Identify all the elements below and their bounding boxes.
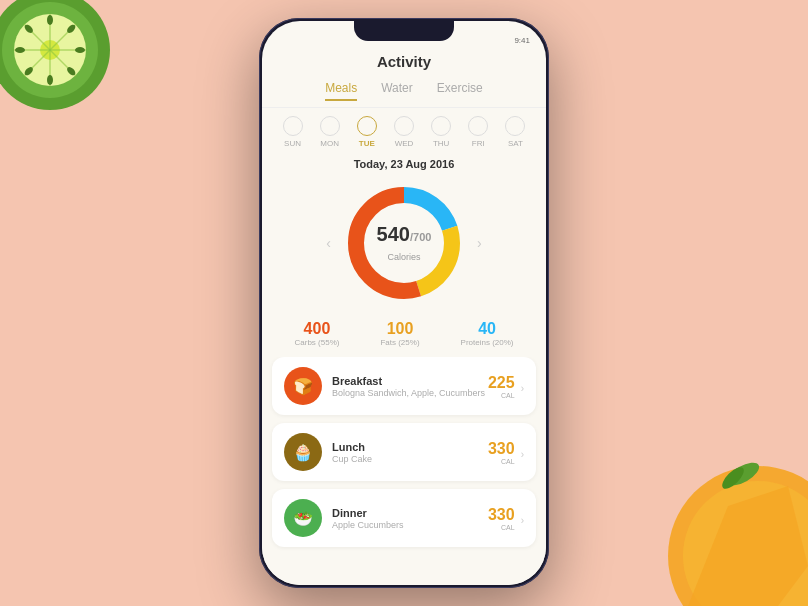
day-label-fri: FRI bbox=[472, 139, 485, 148]
lunch-arrow-icon: › bbox=[521, 449, 524, 460]
lunch-cal-num: 330 bbox=[488, 440, 515, 458]
lunch-icon: 🧁 bbox=[284, 433, 322, 471]
app-header: Activity bbox=[262, 49, 546, 77]
chart-prev-button[interactable]: ‹ bbox=[318, 235, 339, 251]
lunch-name: Lunch bbox=[332, 441, 488, 453]
day-mon[interactable]: MON bbox=[320, 116, 340, 148]
day-thu[interactable]: THU bbox=[431, 116, 451, 148]
meal-item-lunch[interactable]: 🧁 Lunch Cup Cake 330 CAL › bbox=[272, 423, 536, 481]
day-label-sat: SAT bbox=[508, 139, 523, 148]
tab-meals[interactable]: Meals bbox=[325, 81, 357, 101]
day-circle-sun bbox=[283, 116, 303, 136]
dinner-cal-num: 330 bbox=[488, 506, 515, 524]
dinner-info: Dinner Apple Cucumbers bbox=[332, 507, 488, 530]
meal-item-dinner[interactable]: 🥗 Dinner Apple Cucumbers 330 CAL › bbox=[272, 489, 536, 547]
day-circle-fri bbox=[468, 116, 488, 136]
calories-consumed: 540/700 bbox=[377, 223, 432, 245]
macro-fats: 100 Fats (25%) bbox=[380, 320, 419, 347]
day-sun[interactable]: SUN bbox=[283, 116, 303, 148]
calories-label: Calories bbox=[387, 252, 420, 262]
chart-next-button[interactable]: › bbox=[469, 235, 490, 251]
svg-point-12 bbox=[47, 75, 53, 85]
chart-area: ‹ bbox=[262, 174, 546, 316]
lunch-calories: 330 CAL bbox=[488, 440, 515, 465]
app-content: Activity Meals Water Exercise SUN MON bbox=[262, 49, 546, 585]
day-selector: SUN MON TUE WED THU bbox=[262, 108, 546, 152]
breakfast-calories: 225 CAL bbox=[488, 374, 515, 399]
app-title: Activity bbox=[377, 53, 431, 70]
carbs-label: Carbs (55%) bbox=[295, 338, 340, 347]
lunch-info: Lunch Cup Cake bbox=[332, 441, 488, 464]
date-display: Today, 23 Aug 2016 bbox=[262, 152, 546, 174]
day-label-sun: SUN bbox=[284, 139, 301, 148]
day-sat[interactable]: SAT bbox=[505, 116, 525, 148]
donut-center: 540/700 Calories bbox=[372, 223, 437, 264]
kiwi-decoration bbox=[0, 0, 140, 140]
dinner-arrow-icon: › bbox=[521, 515, 524, 526]
dinner-name: Dinner bbox=[332, 507, 488, 519]
macros-section: 400 Carbs (55%) 100 Fats (25%) 40 Protei… bbox=[262, 316, 546, 357]
breakfast-cal-label: CAL bbox=[501, 392, 515, 399]
breakfast-info: Breakfast Bologna Sandwich, Apple, Cucum… bbox=[332, 375, 488, 398]
day-circle-tue bbox=[357, 116, 377, 136]
dinner-desc: Apple Cucumbers bbox=[332, 520, 488, 530]
day-label-thu: THU bbox=[433, 139, 449, 148]
svg-point-14 bbox=[15, 47, 25, 53]
day-circle-wed bbox=[394, 116, 414, 136]
day-circle-thu bbox=[431, 116, 451, 136]
svg-point-8 bbox=[47, 15, 53, 25]
macro-proteins: 40 Proteins (20%) bbox=[461, 320, 514, 347]
orange-decoration bbox=[588, 406, 808, 606]
day-wed[interactable]: WED bbox=[394, 116, 414, 148]
phone-screen: 9:41 Activity Meals Water Exercise SUN bbox=[262, 21, 546, 585]
day-fri[interactable]: FRI bbox=[468, 116, 488, 148]
day-label-wed: WED bbox=[395, 139, 414, 148]
proteins-value: 40 bbox=[461, 320, 514, 338]
donut-chart: 540/700 Calories bbox=[339, 178, 469, 308]
phone-notch bbox=[354, 21, 454, 41]
dinner-icon: 🥗 bbox=[284, 499, 322, 537]
tab-bar: Meals Water Exercise bbox=[262, 77, 546, 108]
breakfast-cal-num: 225 bbox=[488, 374, 515, 392]
day-tue[interactable]: TUE bbox=[357, 116, 377, 148]
dinner-cal-label: CAL bbox=[501, 524, 515, 531]
carbs-value: 400 bbox=[295, 320, 340, 338]
macro-carbs: 400 Carbs (55%) bbox=[295, 320, 340, 347]
lunch-desc: Cup Cake bbox=[332, 454, 488, 464]
day-circle-mon bbox=[320, 116, 340, 136]
meal-list: 🍞 Breakfast Bologna Sandwich, Apple, Cuc… bbox=[262, 357, 546, 585]
day-label-tue: TUE bbox=[359, 139, 375, 148]
breakfast-icon: 🍞 bbox=[284, 367, 322, 405]
day-label-mon: MON bbox=[320, 139, 339, 148]
breakfast-arrow-icon: › bbox=[521, 383, 524, 394]
day-circle-sat bbox=[505, 116, 525, 136]
lunch-cal-label: CAL bbox=[501, 458, 515, 465]
proteins-label: Proteins (20%) bbox=[461, 338, 514, 347]
tab-exercise[interactable]: Exercise bbox=[437, 81, 483, 101]
fats-label: Fats (25%) bbox=[380, 338, 419, 347]
fats-value: 100 bbox=[380, 320, 419, 338]
breakfast-name: Breakfast bbox=[332, 375, 488, 387]
breakfast-desc: Bologna Sandwich, Apple, Cucumbers bbox=[332, 388, 488, 398]
phone-frame: 9:41 Activity Meals Water Exercise SUN bbox=[259, 18, 549, 588]
meal-item-breakfast[interactable]: 🍞 Breakfast Bologna Sandwich, Apple, Cuc… bbox=[272, 357, 536, 415]
dinner-calories: 330 CAL bbox=[488, 506, 515, 531]
svg-point-10 bbox=[75, 47, 85, 53]
tab-water[interactable]: Water bbox=[381, 81, 413, 101]
